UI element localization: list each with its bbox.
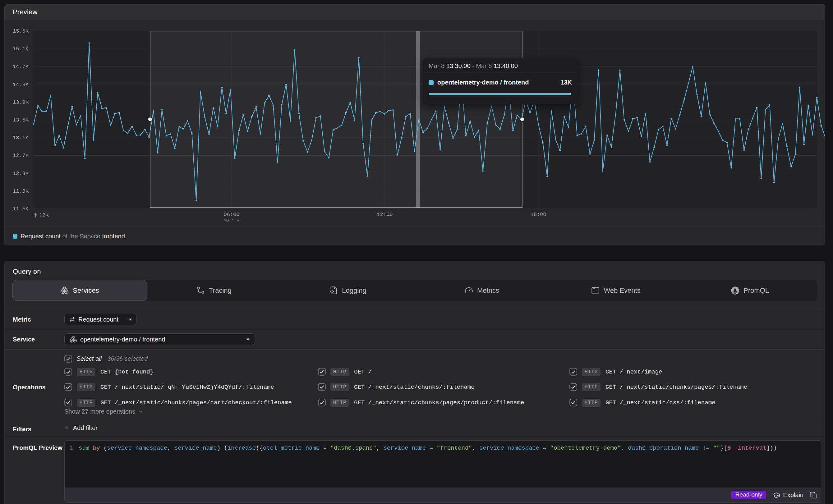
svg-text:Mar 8: Mar 8 bbox=[223, 218, 239, 224]
svg-text:14.7K: 14.7K bbox=[13, 64, 29, 70]
svg-text:11.9K: 11.9K bbox=[13, 188, 29, 194]
svg-text:12.7K: 12.7K bbox=[13, 152, 29, 159]
svg-text:13.5K: 13.5K bbox=[13, 117, 29, 123]
svg-text:15.5K: 15.5K bbox=[13, 28, 29, 34]
svg-text:12K: 12K bbox=[40, 212, 49, 218]
svg-text:12:00: 12:00 bbox=[377, 212, 392, 217]
svg-text:13.9K: 13.9K bbox=[13, 99, 29, 105]
svg-text:11.5K: 11.5K bbox=[13, 206, 29, 212]
svg-text:06:00: 06:00 bbox=[223, 212, 239, 217]
svg-text:14.3K: 14.3K bbox=[13, 82, 29, 88]
svg-text:13.1K: 13.1K bbox=[13, 135, 29, 141]
svg-text:18:00: 18:00 bbox=[530, 212, 546, 217]
svg-text:15.1K: 15.1K bbox=[13, 46, 29, 52]
svg-text:12.3K: 12.3K bbox=[13, 171, 29, 176]
